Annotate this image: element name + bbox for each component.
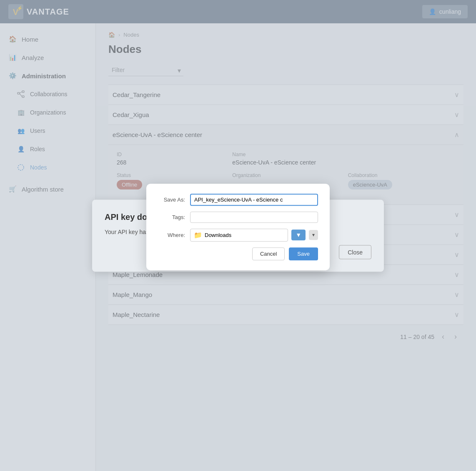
- folder-icon: 📁: [194, 231, 202, 239]
- save-dialog: Save As: Tags: Where: 📁 Downloads ▼ ▾ Ca…: [146, 184, 330, 270]
- where-row: Where: 📁 Downloads ▼ ▾: [158, 229, 318, 242]
- dialog-cancel-button[interactable]: Cancel: [252, 247, 285, 260]
- where-controls: 📁 Downloads ▼ ▾: [190, 229, 318, 242]
- tags-input[interactable]: [190, 212, 318, 223]
- where-select-display: 📁 Downloads: [190, 229, 288, 242]
- where-chevron-button[interactable]: ▾: [309, 230, 318, 240]
- where-value: Downloads: [205, 232, 231, 238]
- where-dropdown-button[interactable]: ▼: [291, 229, 306, 240]
- dialog-save-button[interactable]: Save: [289, 247, 318, 260]
- save-as-input[interactable]: [190, 194, 318, 206]
- save-as-label: Save As:: [158, 197, 185, 203]
- save-as-row: Save As:: [158, 194, 318, 206]
- where-label: Where:: [158, 232, 185, 238]
- tags-row: Tags:: [158, 212, 318, 223]
- api-key-close-button[interactable]: Close: [339, 245, 371, 259]
- save-dialog-buttons: Cancel Save: [158, 247, 318, 260]
- tags-label: Tags:: [158, 214, 185, 220]
